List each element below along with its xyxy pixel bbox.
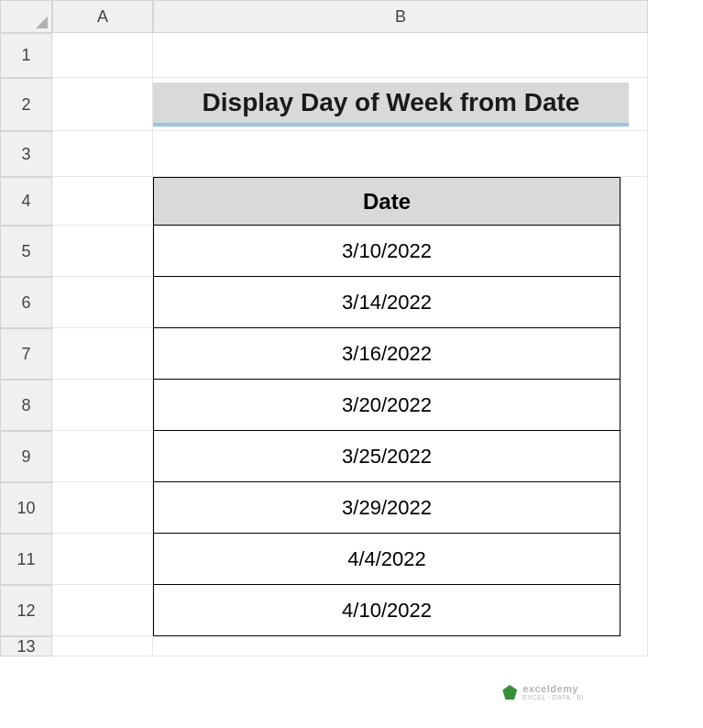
- cell-a7[interactable]: [52, 328, 153, 380]
- row-header-13[interactable]: 13: [0, 636, 52, 656]
- row-header-5[interactable]: 5: [0, 226, 52, 277]
- row-header-11[interactable]: 11: [0, 534, 52, 585]
- cell-b8[interactable]: 3/20/2022: [153, 380, 648, 431]
- watermark: exceldemy EXCEL · DATA · BI: [502, 684, 584, 700]
- date-value: 3/16/2022: [153, 328, 621, 380]
- cell-b12[interactable]: 4/10/2022: [153, 585, 648, 636]
- date-value: 3/20/2022: [153, 380, 621, 431]
- title-banner: Display Day of Week from Date: [153, 83, 629, 127]
- date-value: 3/25/2022: [153, 431, 621, 482]
- date-value: 4/10/2022: [153, 585, 621, 636]
- row-header-3[interactable]: 3: [0, 131, 52, 177]
- cell-b11[interactable]: 4/4/2022: [153, 534, 648, 585]
- spreadsheet-grid: A B 1 2 Display Day of Week from Date 3 …: [0, 0, 703, 656]
- row-header-1[interactable]: 1: [0, 33, 52, 78]
- cell-b10[interactable]: 3/29/2022: [153, 482, 648, 534]
- cell-b2[interactable]: Display Day of Week from Date: [153, 78, 648, 131]
- date-value: 3/10/2022: [153, 226, 621, 277]
- cell-a9[interactable]: [52, 431, 153, 482]
- cell-b13[interactable]: [153, 636, 648, 656]
- date-table-header: Date: [153, 177, 621, 226]
- date-value: 4/4/2022: [153, 534, 621, 585]
- column-header-a[interactable]: A: [52, 0, 153, 33]
- row-header-9[interactable]: 9: [0, 431, 52, 482]
- row-header-2[interactable]: 2: [0, 78, 52, 131]
- watermark-main: exceldemy: [522, 684, 584, 694]
- date-value: 3/29/2022: [153, 482, 621, 534]
- cell-b7[interactable]: 3/16/2022: [153, 328, 648, 380]
- column-header-b[interactable]: B: [153, 0, 648, 33]
- watermark-sub: EXCEL · DATA · BI: [522, 694, 584, 700]
- select-all-corner[interactable]: [0, 0, 52, 33]
- cell-b9[interactable]: 3/25/2022: [153, 431, 648, 482]
- row-header-6[interactable]: 6: [0, 277, 52, 328]
- cell-a1[interactable]: [52, 33, 153, 78]
- row-header-12[interactable]: 12: [0, 585, 52, 636]
- cell-a5[interactable]: [52, 226, 153, 277]
- row-header-8[interactable]: 8: [0, 380, 52, 431]
- watermark-text: exceldemy EXCEL · DATA · BI: [522, 684, 584, 700]
- cell-b3[interactable]: [153, 131, 648, 177]
- cell-b6[interactable]: 3/14/2022: [153, 277, 648, 328]
- row-header-4[interactable]: 4: [0, 177, 52, 226]
- cell-a4[interactable]: [52, 177, 153, 226]
- cell-a3[interactable]: [52, 131, 153, 177]
- cell-a6[interactable]: [52, 277, 153, 328]
- cell-a8[interactable]: [52, 380, 153, 431]
- cell-b5[interactable]: 3/10/2022: [153, 226, 648, 277]
- cell-a2[interactable]: [52, 78, 153, 131]
- cell-a10[interactable]: [52, 482, 153, 534]
- cell-a13[interactable]: [52, 636, 153, 656]
- row-header-7[interactable]: 7: [0, 328, 52, 380]
- row-header-10[interactable]: 10: [0, 482, 52, 534]
- cell-a11[interactable]: [52, 534, 153, 585]
- date-value: 3/14/2022: [153, 277, 621, 328]
- cell-a12[interactable]: [52, 585, 153, 636]
- exceldemy-logo-icon: [502, 685, 517, 700]
- cell-b1[interactable]: [153, 33, 648, 78]
- cell-b4[interactable]: Date: [153, 177, 648, 226]
